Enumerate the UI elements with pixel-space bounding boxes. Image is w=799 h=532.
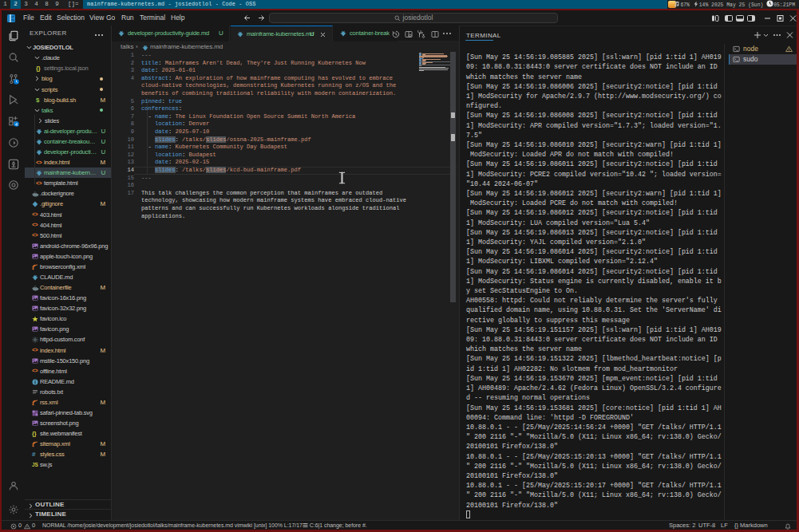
svg-text:4: 4 — [15, 121, 18, 127]
